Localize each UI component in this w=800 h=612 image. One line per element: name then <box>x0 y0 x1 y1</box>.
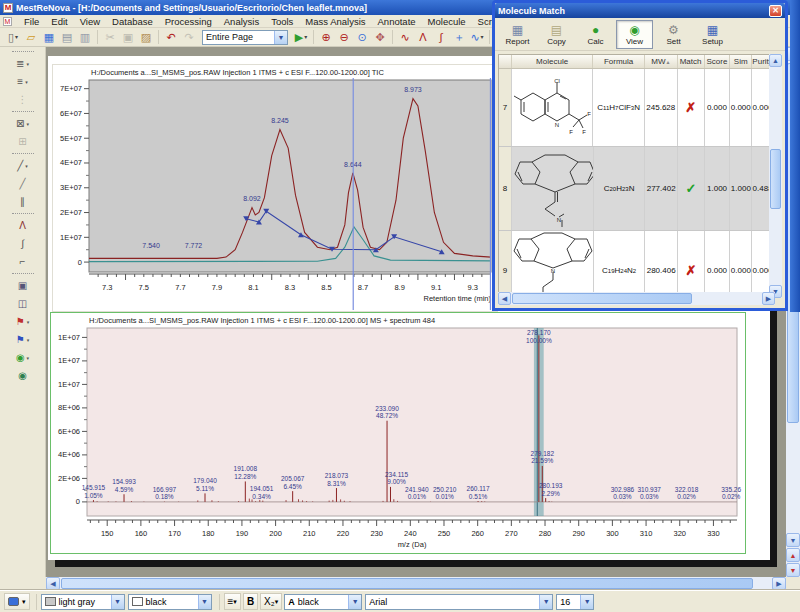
next-page-button[interactable]: ▼ <box>786 563 800 577</box>
chevron-down-icon: ▼ <box>111 595 124 609</box>
full-spectrum-button[interactable]: ∿ <box>396 29 414 45</box>
molecule-panel-tool[interactable]: ◫ <box>8 295 38 312</box>
font-size-combobox[interactable]: 16▼ <box>556 594 594 610</box>
report-button[interactable]: ▦Report <box>499 20 536 49</box>
horizontal-scroll-thumb[interactable] <box>61 578 753 589</box>
zoom-selection-button[interactable]: ⊙ <box>353 29 371 45</box>
compounds-panel-tool[interactable]: ≡▾ <box>8 73 38 90</box>
menu-item-database[interactable]: Database <box>106 16 159 27</box>
font-color-combobox[interactable]: Ablack▼ <box>284 594 362 610</box>
bold-button[interactable]: B <box>243 593 258 610</box>
run-script-button[interactable]: ▶▾ <box>292 29 310 45</box>
scroll-right-button[interactable]: ▶ <box>772 577 786 590</box>
menu-item-view[interactable]: View <box>74 16 106 27</box>
pages-panel-tool[interactable]: ≣▾ <box>8 55 38 72</box>
font-color-combobox-label: black <box>298 597 319 607</box>
column-header-sim[interactable]: Sim <box>730 55 752 68</box>
svg-text:1.05%: 1.05% <box>84 492 103 499</box>
table-scroll-left-button[interactable]: ◀ <box>498 292 511 305</box>
print-preview-button[interactable]: ▥ <box>76 29 94 45</box>
svg-text:290: 290 <box>572 529 585 538</box>
column-header-match[interactable]: Match <box>678 55 705 68</box>
copy-button[interactable]: ▤Copy <box>538 20 575 49</box>
peak-picking-button[interactable]: Λ <box>414 29 432 45</box>
multiplet-tool[interactable]: ⌐ <box>8 253 38 270</box>
eye-view-tool[interactable]: ◉ <box>8 367 38 384</box>
alignment-button[interactable]: ≡▾ <box>224 593 241 610</box>
cutoff-tool[interactable]: ⊠▾ <box>8 115 38 132</box>
pan-button[interactable]: ✥ <box>371 29 389 45</box>
dialog-title-bar[interactable]: Molecule Match ✕ <box>495 3 785 18</box>
previous-page-button[interactable]: ▲ <box>786 548 800 562</box>
subscript-button[interactable]: X₂▾ <box>260 593 282 610</box>
fill-color-combobox-value: light gray <box>42 597 111 607</box>
new-document-button[interactable]: ▯▾ <box>4 29 22 45</box>
multiplet-analysis-button[interactable]: ∿▾ <box>468 29 486 45</box>
page-zoom-combobox[interactable]: Entire Page▼ <box>202 30 288 45</box>
fill-color-combobox[interactable]: light gray▼ <box>41 594 125 610</box>
integration-button[interactable]: ∫ <box>432 29 450 45</box>
border-color-combobox[interactable]: black▼ <box>128 594 212 610</box>
page-zoom-value: Entire Page <box>203 32 274 42</box>
zoom-in-button[interactable]: ⊕ <box>317 29 335 45</box>
zoom-out-button[interactable]: ⊖ <box>335 29 353 45</box>
column-header-molecule[interactable]: Molecule <box>512 55 593 68</box>
settings-button[interactable]: ⚙Sett <box>655 20 692 49</box>
line-color-button[interactable]: ▾ <box>4 593 30 610</box>
calc-button-label: Calc <box>587 37 603 46</box>
font-family-combobox[interactable]: Arial▼ <box>365 594 553 610</box>
crosshair-button[interactable]: ＋ <box>450 29 468 45</box>
column-header-formula[interactable]: Formula <box>593 55 645 68</box>
vertical-scale-tool[interactable]: ∥ <box>8 193 38 210</box>
paste-button[interactable]: ▨ <box>137 29 155 45</box>
table-vertical-scrollbar[interactable]: ▲ ▼ <box>769 54 782 298</box>
open-button[interactable]: ▱ <box>22 29 40 45</box>
ms-spectrum-chart[interactable]: H:/Documents a...SI_MSMS_pos.RAW Injecti… <box>50 312 746 554</box>
column-header-mw[interactable]: MW ▲ <box>645 55 678 68</box>
menu-item-tools[interactable]: Tools <box>265 16 299 27</box>
menu-item-analysis[interactable]: Analysis <box>218 16 265 27</box>
window-edge <box>790 0 800 312</box>
menu-item-annotate[interactable]: Annotate <box>372 16 422 27</box>
undo-button[interactable]: ↶ <box>162 29 180 45</box>
close-icon[interactable]: ✕ <box>769 5 782 17</box>
save-button[interactable]: ▦ <box>40 29 58 45</box>
table-hscroll-thumb[interactable] <box>512 293 692 304</box>
table-vscroll-thumb[interactable] <box>770 149 781 209</box>
column-header-index[interactable] <box>499 55 512 68</box>
molecule-match-dialog[interactable]: Molecule Match ✕ ▦Report▤Copy●Calc◉View⚙… <box>492 0 788 311</box>
svg-text:9.00%: 9.00% <box>387 478 406 485</box>
svg-text:7.7: 7.7 <box>175 283 185 292</box>
molecule-row-7[interactable]: 7ClNFFFC11H7ClF3N245.628✗0.0000.0000.000 <box>499 69 774 147</box>
tic-chromatogram-chart[interactable]: H:/Documents a...SI_MSMS_pos.RAW Injecti… <box>52 64 498 312</box>
molecule-row-9[interactable]: 9NNC19H24N2280.406✗0.0000.0000.000 <box>499 231 774 298</box>
baseline-tool[interactable]: ╱▾ <box>8 157 38 174</box>
molecule-row-8[interactable]: 8NC20H23N277.402✓1.0001.0000.488 <box>499 147 774 231</box>
table-horizontal-scrollbar[interactable]: ◀ ▶ <box>498 292 775 305</box>
flag-blue-tool[interactable]: ⚑▾ <box>8 331 38 348</box>
svg-text:N: N <box>555 122 559 128</box>
peak-picking-tool[interactable]: Λ <box>8 217 38 234</box>
view-button[interactable]: ◉View <box>616 20 653 49</box>
menu-item-processing[interactable]: Processing <box>159 16 218 27</box>
scroll-down-button[interactable]: ▼ <box>786 533 800 547</box>
flag-blue-icon: ⚑ <box>16 334 25 345</box>
flag-red-tool[interactable]: ⚑▾ <box>8 313 38 330</box>
table-scroll-right-button[interactable]: ▶ <box>762 292 775 305</box>
integration-tool[interactable]: ∫ <box>8 235 38 252</box>
molecule-match-table[interactable]: MoleculeFormulaMW ▲MatchScoreSimPurity7C… <box>498 54 775 298</box>
menu-item-molecule[interactable]: Molecule <box>422 16 472 27</box>
menu-item-edit[interactable]: Edit <box>45 16 73 27</box>
print-button[interactable]: ▤ <box>58 29 76 45</box>
calc-button[interactable]: ●Calc <box>577 20 614 49</box>
scroll-left-button[interactable]: ◀ <box>46 577 60 590</box>
mass-globe-tool[interactable]: ◉▾ <box>8 349 38 366</box>
menu-item-file[interactable]: File <box>18 16 45 27</box>
setup-button[interactable]: ▦Setup <box>694 20 731 49</box>
pencil-tool[interactable]: ╱ <box>8 175 38 192</box>
window-tool[interactable]: ▣ <box>8 277 38 294</box>
horizontal-scrollbar[interactable]: ◀ ▶ <box>46 577 786 590</box>
column-header-score[interactable]: Score <box>705 55 731 68</box>
table-scroll-up-button[interactable]: ▲ <box>769 54 782 67</box>
menu-item-mass-analysis[interactable]: Mass Analysis <box>299 16 371 27</box>
